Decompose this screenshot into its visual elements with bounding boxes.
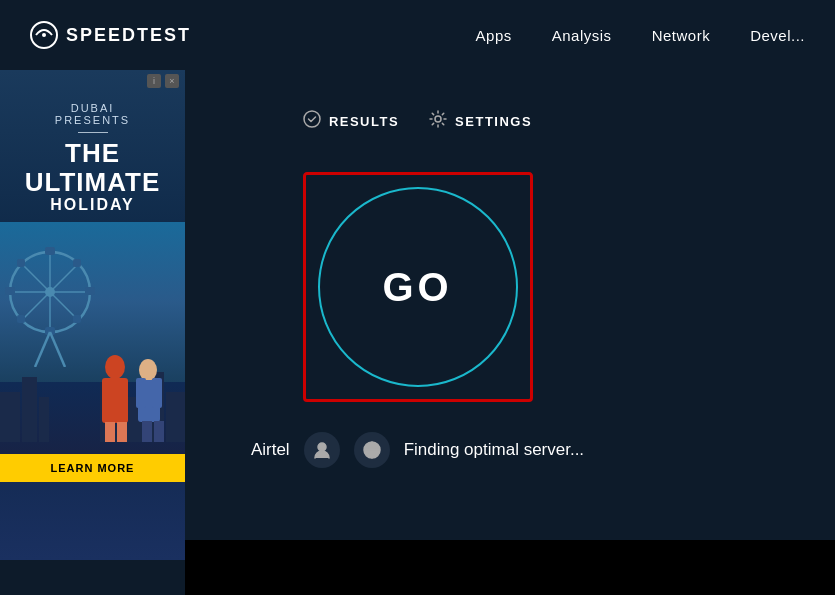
header: SPEEDTEST Apps Analysis Network Devel... [0,0,835,70]
tab-settings-label: SETTINGS [455,114,532,129]
nav-item-analysis[interactable]: Analysis [552,27,612,44]
main-nav: Apps Analysis Network Devel... [476,27,805,44]
tab-settings[interactable]: SETTINGS [429,110,532,132]
svg-point-35 [304,111,320,127]
go-button-label: GO [382,265,452,310]
svg-point-1 [42,33,46,37]
finding-server-text: Finding optimal server... [404,438,584,462]
svg-point-37 [318,443,326,451]
speedtest-logo-icon [30,21,58,49]
logo: SPEEDTEST [30,21,191,49]
logo-text: SPEEDTEST [66,25,191,46]
bottom-bar [185,540,835,595]
isp-name: Airtel [251,440,290,460]
nav-item-apps[interactable]: Apps [476,27,512,44]
svg-point-36 [435,116,441,122]
tabs-row: RESULTS SETTINGS [303,110,532,132]
gear-icon [429,110,447,132]
main-content: RESULTS SETTINGS GO Airtel [0,70,835,595]
user-icon [313,441,331,459]
nav-item-developers[interactable]: Devel... [750,27,805,44]
user-icon-button[interactable] [304,432,340,468]
check-circle-icon [303,110,321,132]
go-button[interactable]: GO [318,187,518,387]
globe-icon-button[interactable] [354,432,390,468]
bottom-info: Airtel Finding optimal server... [251,432,584,468]
go-button-wrapper: GO [303,172,533,402]
tab-results[interactable]: RESULTS [303,110,399,132]
globe-icon [363,441,381,459]
tab-results-label: RESULTS [329,114,399,129]
nav-item-network[interactable]: Network [652,27,711,44]
